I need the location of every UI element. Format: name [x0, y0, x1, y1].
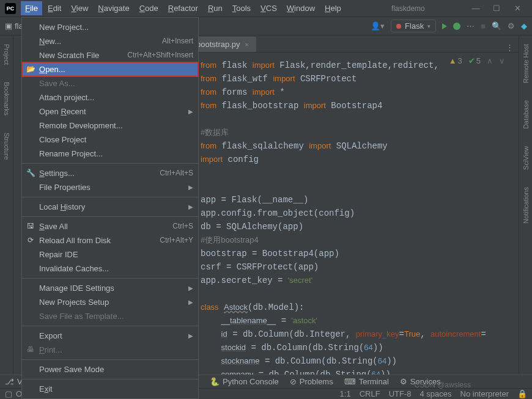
menu-item-label: Remote Development... [39, 120, 123, 131]
folder-icon: 📂 [26, 64, 35, 75]
file-menu-new-projects-setup[interactable]: New Projects Setup▶ [22, 295, 198, 309]
menu-item-label: Rename Project... [39, 148, 103, 159]
folder-icon: ▣ [5, 21, 12, 31]
menu-item-label: New Projects Setup [39, 297, 109, 307]
menu-item-label: Settings... [39, 168, 75, 178]
menu-tools[interactable]: Tools [228, 1, 255, 15]
bottom-tool-terminal[interactable]: ⌨Terminal [344, 377, 389, 386]
left-tab-project[interactable]: Project [2, 42, 12, 67]
run-button[interactable] [442, 23, 447, 29]
file-menu-attach-project[interactable]: Attach project... [22, 90, 198, 104]
file-menu-new[interactable]: New...Alt+Insert [22, 34, 198, 48]
file-menu-invalidate-caches[interactable]: Invalidate Caches... [22, 262, 198, 276]
menu-code[interactable]: Code [135, 1, 163, 15]
submenu-arrow-icon: ▶ [188, 283, 193, 293]
file-menu-new-scratch-file[interactable]: New Scratch FileCtrl+Alt+Shift+Insert [22, 48, 198, 62]
file-menu-file-properties[interactable]: File Properties▶ [22, 180, 198, 194]
right-tab-notifications[interactable]: Notifications [521, 185, 531, 226]
terminal-icon: ⌨ [344, 377, 356, 386]
file-menu-open[interactable]: 📂Open... [22, 62, 198, 76]
brand-icon[interactable]: ◆ [521, 21, 527, 31]
prev-highlight[interactable]: ∧ [487, 56, 493, 65]
bottom-tool-problems[interactable]: ⊘Problems [290, 377, 333, 386]
status-right-0[interactable]: 1:1 [340, 389, 351, 398]
stop-button[interactable]: ■ [481, 21, 486, 31]
menu-help[interactable]: Help [320, 1, 345, 15]
readonly-lock-icon[interactable]: 🔒 [517, 389, 527, 398]
watermark: CSDN @awsless [415, 381, 471, 389]
status-right-1[interactable]: CRLF [360, 389, 380, 398]
more-run-button[interactable]: ⋯ [467, 21, 475, 31]
status-right-3[interactable]: 4 spaces [419, 389, 451, 398]
file-menu-remote-development[interactable]: Remote Development... [22, 119, 198, 133]
menu-view[interactable]: View [67, 1, 92, 15]
left-tab-structure[interactable]: Structure [2, 130, 12, 163]
file-menu-open-recent[interactable]: Open Recent▶ [22, 104, 198, 119]
settings-icon[interactable]: ⚙ [508, 21, 515, 31]
right-tab-sciview[interactable]: SciView [521, 144, 531, 172]
menu-item-label: Save As... [39, 78, 75, 89]
status-right-4[interactable]: No interpreter [460, 389, 509, 398]
editor-code[interactable]: from flask import Flask,render_template,… [194, 53, 508, 377]
file-menu-export[interactable]: Export▶ [22, 329, 198, 343]
right-tool-stripe: Remote HostDatabaseSciViewNotifications [519, 35, 532, 377]
next-highlight[interactable]: ∨ [499, 56, 505, 65]
shortcut: Alt+Insert [162, 36, 193, 46]
branch-icon: ⎇ [5, 377, 14, 386]
passes-count[interactable]: 5 [468, 56, 481, 65]
warnings-count[interactable]: 3 [449, 56, 462, 65]
debug-button[interactable] [453, 23, 460, 30]
menu-refactor[interactable]: Refactor [164, 1, 202, 15]
status-right-2[interactable]: UTF-8 [389, 389, 412, 398]
file-menu-repair-ide[interactable]: Repair IDE [22, 247, 198, 262]
file-menu-exit[interactable]: Exit [22, 382, 198, 396]
titlebar: PC FileEditViewNavigateCodeRefactorRunTo… [0, 0, 532, 17]
menu-item-label: Power Save Mode [39, 364, 104, 375]
right-tab-database[interactable]: Database [521, 98, 531, 131]
search-icon[interactable]: 🔍 [492, 21, 501, 31]
user-icon[interactable]: 👤▾ [371, 21, 385, 31]
python-icon: 🐍 [210, 377, 220, 386]
menu-edit[interactable]: Edit [43, 1, 65, 15]
file-menu-close-project[interactable]: Close Project [22, 133, 198, 147]
inspection-indicators[interactable]: 3 5 ∧ ∨ [449, 56, 505, 65]
file-menu-manage-ide-settings[interactable]: Manage IDE Settings▶ [22, 281, 198, 295]
close-button[interactable]: ✕ [512, 4, 522, 13]
submenu-arrow-icon: ▶ [188, 202, 193, 212]
menu-file[interactable]: File [21, 1, 42, 15]
bottom-tool-python-console[interactable]: 🐍Python Console [210, 377, 279, 386]
file-menu-power-save-mode[interactable]: Power Save Mode [22, 362, 198, 376]
file-menu-save-all[interactable]: 🖫Save AllCtrl+S [22, 219, 198, 233]
left-tool-stripe: ProjectBookmarksStructure [0, 35, 13, 377]
shortcut: Ctrl+S [172, 221, 193, 232]
file-menu-settings[interactable]: 🔧Settings...Ctrl+Alt+S [22, 166, 198, 180]
maximize-button[interactable]: ☐ [492, 4, 501, 13]
file-menu-rename-project[interactable]: Rename Project... [22, 147, 198, 161]
menu-item-label: Save File as Template... [39, 311, 124, 321]
menubar: FileEditViewNavigateCodeRefactorRunTools… [21, 1, 345, 15]
menu-navigate[interactable]: Navigate [94, 1, 133, 15]
file-menu-local-history[interactable]: Local History▶ [22, 200, 198, 214]
submenu-arrow-icon: ▶ [188, 331, 193, 341]
minimize-button[interactable]: — [471, 4, 481, 13]
menu-item-label: Exit [39, 384, 53, 394]
menu-item-label: Open Recent [39, 106, 86, 117]
menu-item-label: Local History [39, 202, 85, 212]
close-tab-icon[interactable]: × [245, 41, 249, 48]
shortcut: Ctrl+Alt+Shift+Insert [127, 50, 193, 60]
print-icon: 🖶 [26, 345, 35, 355]
menu-item-label: Reload All from Disk [39, 235, 111, 246]
editor-tabs-more[interactable]: ⋮ [505, 43, 514, 52]
tab-label: bootstrap.py [196, 40, 240, 49]
file-menu-reload-all-from-disk[interactable]: ⟳Reload All from DiskCtrl+Alt+Y [22, 233, 198, 247]
file-menu-new-project[interactable]: New Project... [22, 20, 198, 34]
left-tab-bookmarks[interactable]: Bookmarks [2, 79, 12, 118]
tool-window-toggle-icon[interactable]: ▢ [5, 389, 12, 398]
menu-run[interactable]: Run [204, 1, 227, 15]
menu-window[interactable]: Window [283, 1, 319, 15]
file-menu: New Project...New...Alt+InsertNew Scratc… [21, 17, 199, 399]
right-tab-remote-host[interactable]: Remote Host [521, 42, 531, 86]
run-config-selector[interactable]: Flask▾ [391, 20, 436, 32]
menu-vcs[interactable]: VCS [256, 1, 281, 15]
wrench-icon: 🔧 [26, 168, 35, 178]
